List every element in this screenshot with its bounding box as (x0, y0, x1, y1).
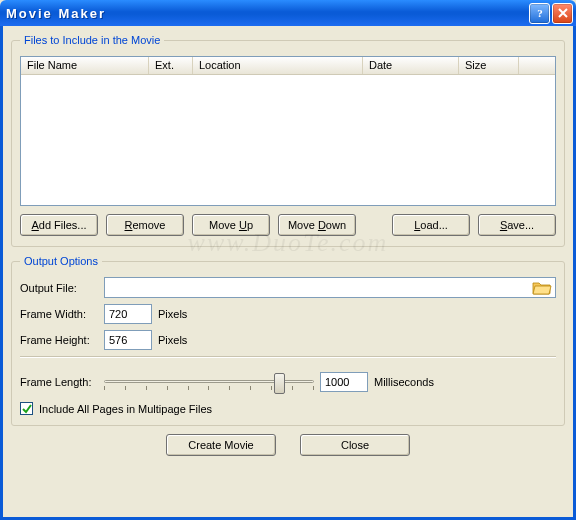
listview-body[interactable] (21, 75, 555, 205)
divider (20, 356, 556, 358)
svg-text:?: ? (537, 7, 543, 19)
move-down-button[interactable]: Move Down (278, 214, 356, 236)
output-file-row: Output File: (20, 277, 556, 298)
column-size[interactable]: Size (459, 57, 519, 74)
close-window-button[interactable] (552, 3, 573, 24)
move-up-button[interactable]: Move Up (192, 214, 270, 236)
dialog-buttons: Create Movie Close (11, 434, 565, 456)
listview-header: File Name Ext. Location Date Size (21, 57, 555, 75)
folder-open-icon (531, 279, 553, 296)
column-ext[interactable]: Ext. (149, 57, 193, 74)
include-pages-checkbox[interactable] (20, 402, 33, 415)
frame-height-row: Frame Height: Pixels (20, 330, 556, 350)
window-title: Movie Maker (6, 6, 529, 21)
frame-length-label: Frame Length: (20, 376, 98, 388)
files-listview[interactable]: File Name Ext. Location Date Size (20, 56, 556, 206)
save-button[interactable]: Save... (478, 214, 556, 236)
output-file-label: Output File: (20, 282, 98, 294)
include-pages-label: Include All Pages in Multipage Files (39, 403, 212, 415)
frame-length-input[interactable] (320, 372, 368, 392)
remove-button[interactable]: Remove (106, 214, 184, 236)
slider-thumb[interactable] (274, 373, 285, 394)
titlebar-buttons: ? (529, 3, 573, 24)
close-button[interactable]: Close (300, 434, 410, 456)
output-groupbox: Output Options Output File: Frame Width:… (11, 255, 565, 426)
output-file-input[interactable] (109, 279, 531, 296)
frame-length-row: Frame Length: Milliseconds (20, 368, 556, 396)
add-files-button[interactable]: Add Files... (20, 214, 98, 236)
frame-width-row: Frame Width: Pixels (20, 304, 556, 324)
browse-output-button[interactable] (531, 279, 553, 296)
include-pages-row: Include All Pages in Multipage Files (20, 402, 556, 415)
create-movie-button[interactable]: Create Movie (166, 434, 276, 456)
column-spacer (519, 57, 555, 74)
frame-width-unit: Pixels (158, 308, 187, 320)
files-groupbox: Files to Include in the Movie File Name … (11, 34, 565, 247)
column-filename[interactable]: File Name (21, 57, 149, 74)
frame-width-input[interactable] (104, 304, 152, 324)
frame-height-input[interactable] (104, 330, 152, 350)
column-location[interactable]: Location (193, 57, 363, 74)
client-area: Files to Include in the Movie File Name … (0, 26, 576, 520)
frame-height-unit: Pixels (158, 334, 187, 346)
files-groupbox-legend: Files to Include in the Movie (20, 34, 164, 46)
files-button-row: Add Files... Remove Move Up Move Down Lo… (20, 214, 556, 236)
check-icon (22, 404, 32, 414)
column-date[interactable]: Date (363, 57, 459, 74)
frame-height-label: Frame Height: (20, 334, 98, 346)
output-file-wrap (104, 277, 556, 298)
help-button[interactable]: ? (529, 3, 550, 24)
frame-length-unit: Milliseconds (374, 376, 434, 388)
frame-length-slider[interactable] (104, 368, 314, 396)
title-bar: Movie Maker ? (0, 0, 576, 26)
frame-width-label: Frame Width: (20, 308, 98, 320)
output-groupbox-legend: Output Options (20, 255, 102, 267)
load-button[interactable]: Load... (392, 214, 470, 236)
